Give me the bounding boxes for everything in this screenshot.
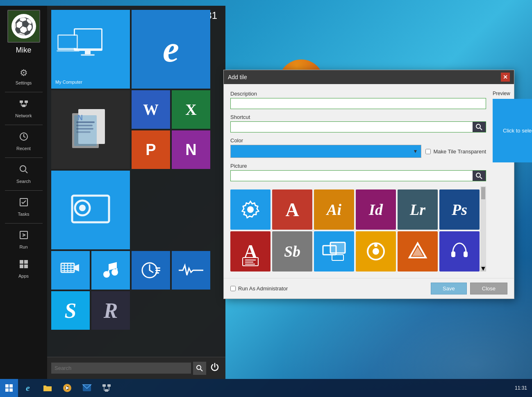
sidebar-item-search[interactable]: Search	[0, 160, 47, 189]
svg-rect-61	[330, 242, 345, 253]
svg-rect-63	[332, 255, 343, 260]
word-icon: W	[143, 100, 159, 119]
color-dropdown-arrow: ▼	[413, 148, 418, 154]
taskbar-network-button[interactable]	[97, 379, 116, 397]
shortcut-input[interactable]	[231, 122, 473, 132]
description-input[interactable]	[230, 98, 486, 109]
svg-rect-18	[85, 51, 91, 54]
divider	[5, 190, 43, 191]
network-icon	[19, 99, 29, 111]
start-menu: ⚽ Mike ⚙ Settings	[0, 6, 225, 379]
scrollbar-down-arrow[interactable]: ▼	[480, 266, 486, 272]
tile-excel[interactable]: X	[172, 90, 210, 129]
transparent-checkbox[interactable]	[425, 149, 431, 154]
start-button[interactable]	[0, 379, 18, 397]
svg-point-65	[373, 248, 379, 255]
run-as-admin-row: Run As Administrator	[230, 285, 288, 292]
preview-tile[interactable]: Click to select a Picture	[493, 99, 532, 162]
tile-reel[interactable]: R	[91, 291, 130, 330]
tile-pictures[interactable]	[51, 171, 130, 249]
divider	[5, 92, 43, 92]
taskbar-explorer-button[interactable]	[38, 379, 57, 397]
svg-rect-48	[155, 272, 159, 274]
taskbar-media-button[interactable]	[57, 379, 77, 397]
svg-rect-69	[451, 251, 455, 257]
shortcut-input-group	[230, 121, 486, 132]
picture-row: Picture	[230, 163, 486, 181]
icon-tile-soundbooth[interactable]: Sb	[272, 231, 312, 272]
tile-onenote[interactable]: N	[172, 130, 210, 169]
svg-rect-29	[76, 131, 91, 133]
icon-tile-acrobat[interactable]: A	[272, 189, 312, 230]
tile-activity[interactable]	[172, 251, 210, 290]
svg-rect-46	[155, 267, 160, 269]
tile-my-computer[interactable]: My Computer	[51, 10, 130, 89]
scrollbar-thumb[interactable]	[481, 187, 485, 199]
divider	[5, 223, 43, 224]
svg-line-54	[480, 177, 482, 179]
sidebar-nav: ⚙ Settings Network	[0, 63, 47, 283]
close-button[interactable]: Close	[470, 283, 507, 294]
shortcut-browse-button[interactable]	[473, 122, 486, 132]
power-button[interactable]	[208, 360, 221, 376]
sidebar-item-recent[interactable]: Recent	[0, 127, 47, 156]
sidebar-item-network[interactable]: Network	[0, 94, 47, 123]
excel-icon: X	[185, 100, 196, 119]
sidebar-item-settings[interactable]: ⚙ Settings	[0, 63, 47, 90]
icon-tile-snap[interactable]	[356, 231, 396, 272]
save-button[interactable]: Save	[431, 283, 467, 294]
search-input[interactable]	[51, 363, 191, 374]
run-as-admin-label: Run As Administrator	[238, 285, 288, 292]
settings-icon: ⚙	[20, 68, 28, 78]
avatar[interactable]: ⚽	[7, 10, 40, 43]
svg-rect-28	[76, 128, 93, 130]
icon-tile-multiscreen[interactable]	[314, 231, 354, 272]
dialog-footer: Run As Administrator Save Close	[224, 278, 514, 299]
icon-tile-illustrator[interactable]: Ai	[314, 189, 354, 230]
run-icon	[19, 230, 29, 242]
sidebar-item-run[interactable]: Run	[0, 225, 47, 254]
icon-tile-photoshop[interactable]: Ps	[439, 189, 480, 230]
sidebar-item-apps[interactable]: Apps	[0, 254, 47, 283]
icon-tile-settings[interactable]	[230, 189, 271, 230]
sidebar-item-tasks[interactable]: Tasks	[0, 192, 47, 221]
color-row: Color ▼ Make Tile Transparent	[230, 137, 486, 158]
onenote-icon: N	[185, 141, 196, 159]
svg-rect-11	[20, 231, 27, 239]
transparent-checkbox-row: Make Tile Transparent	[425, 148, 486, 155]
icon-tile-artrage[interactable]	[398, 231, 438, 272]
tile-skype[interactable]: S	[51, 291, 90, 330]
icon-grid-scrollbar[interactable]: ▼	[480, 186, 486, 272]
picture-browse-button[interactable]	[473, 171, 486, 181]
run-as-admin-checkbox[interactable]	[230, 286, 236, 291]
search-go-button[interactable]	[193, 362, 206, 375]
icon-tile-lightroom[interactable]: Lr	[398, 189, 438, 230]
picture-input[interactable]	[231, 171, 473, 181]
tile-ie[interactable]: e	[132, 10, 210, 89]
apps-icon	[19, 259, 29, 272]
dialog-left-panel: Description Shortcut Color	[230, 91, 486, 272]
svg-point-8	[20, 166, 26, 171]
svg-line-50	[200, 369, 202, 371]
sidebar: ⚽ Mike ⚙ Settings	[0, 6, 47, 379]
tile-my-documents[interactable]: N	[51, 90, 130, 169]
svg-text:N: N	[77, 114, 83, 122]
taskbar-ie-button[interactable]: e	[18, 379, 38, 397]
tile-word[interactable]: W	[132, 90, 170, 129]
taskbar-clock: 11:31	[510, 385, 532, 391]
color-select[interactable]: ▼	[230, 145, 421, 158]
dialog-close-button[interactable]: ✕	[501, 73, 510, 82]
add-tile-dialog: Add tile ✕ Description Shortcut	[223, 70, 514, 299]
tile-clock[interactable]	[132, 251, 170, 290]
icon-tile-headphones[interactable]	[439, 231, 480, 272]
username: Mike	[16, 46, 31, 55]
tasks-icon	[19, 197, 29, 210]
tile-music[interactable]	[91, 251, 130, 290]
color-label: Color	[230, 137, 486, 144]
tile-video[interactable]	[51, 251, 90, 290]
icon-tile-indesign[interactable]: Id	[356, 189, 396, 230]
windows-logo-icon	[5, 384, 13, 392]
tile-powerpoint[interactable]: P	[132, 130, 170, 169]
tiles-area: 11:31	[47, 6, 225, 357]
taskbar-outlook-button[interactable]	[77, 379, 97, 397]
